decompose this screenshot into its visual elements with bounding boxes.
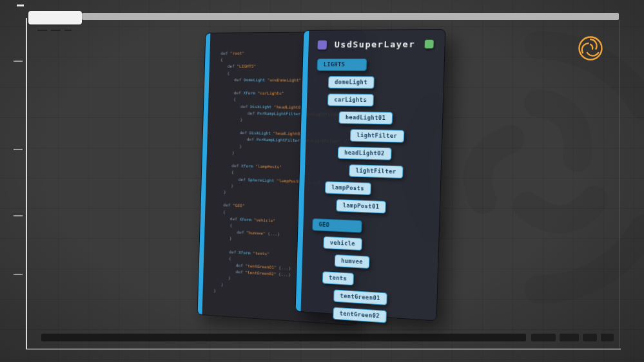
timeline-segment[interactable] bbox=[601, 334, 614, 341]
layer-tree: LIGHTSdomeLightcarLightsheadLight01light… bbox=[295, 55, 444, 339]
layer-node-carLights[interactable]: carLights bbox=[327, 93, 374, 106]
ruler-tick bbox=[14, 149, 23, 150]
layer-node-tentGreen01[interactable]: tentGreen01 bbox=[333, 289, 387, 305]
timeline-segment[interactable] bbox=[560, 334, 579, 341]
layer-node-lightFilter[interactable]: lightFilter bbox=[349, 164, 403, 178]
video-frame: def "root"{def "LIGHTS"{def DomeLight "e… bbox=[0, 0, 644, 362]
layer-node-lampPosts[interactable]: lampPosts bbox=[325, 181, 371, 195]
layer-node-domeLight[interactable]: domeLight bbox=[328, 76, 375, 89]
purple-layer-chip-icon bbox=[318, 40, 327, 49]
frame-bottom-edge bbox=[26, 348, 621, 350]
layer-node-tentGreen02[interactable]: tentGreen02 bbox=[333, 307, 386, 323]
layer-node-lightFilter[interactable]: lightFilter bbox=[350, 129, 404, 142]
window-top-bar bbox=[82, 13, 619, 20]
menu-dash bbox=[64, 30, 72, 31]
ruler-tick bbox=[14, 274, 23, 275]
layer-node-humvee[interactable]: humvee bbox=[335, 254, 370, 269]
usd-superlayer-panel[interactable]: UsdSuperLayer LIGHTSdomeLightcarLightshe… bbox=[295, 29, 446, 321]
menu-dash bbox=[51, 30, 61, 31]
frame-corner-mark bbox=[17, 5, 24, 6]
frame-right-edge bbox=[620, 20, 620, 348]
layer-node-lampPost01[interactable]: lampPost01 bbox=[336, 199, 386, 213]
layer-panel-header: UsdSuperLayer bbox=[303, 30, 445, 55]
frame-left-edge bbox=[26, 18, 27, 349]
ruler-tick bbox=[14, 215, 23, 216]
timeline-segment[interactable] bbox=[583, 334, 597, 341]
layer-node-headLight02[interactable]: headLight02 bbox=[338, 146, 392, 160]
omniverse-swirl-logo-icon bbox=[576, 34, 605, 62]
green-layer-chip-icon bbox=[425, 40, 434, 49]
timeline-track[interactable] bbox=[41, 334, 526, 341]
ruler-tick bbox=[14, 61, 23, 62]
menu-dash bbox=[37, 30, 47, 31]
layer-node-GEO[interactable]: GEO bbox=[312, 218, 362, 233]
layer-node-headLight01[interactable]: headLight01 bbox=[338, 111, 393, 125]
timeline-segment[interactable] bbox=[531, 334, 556, 341]
layer-node-vehicle[interactable]: vehicle bbox=[323, 236, 362, 251]
window-tab[interactable] bbox=[28, 11, 82, 24]
layer-node-tents[interactable]: tents bbox=[322, 271, 354, 285]
layer-panel-title: UsdSuperLayer bbox=[335, 39, 416, 50]
layer-node-LIGHTS[interactable]: LIGHTS bbox=[317, 59, 367, 71]
